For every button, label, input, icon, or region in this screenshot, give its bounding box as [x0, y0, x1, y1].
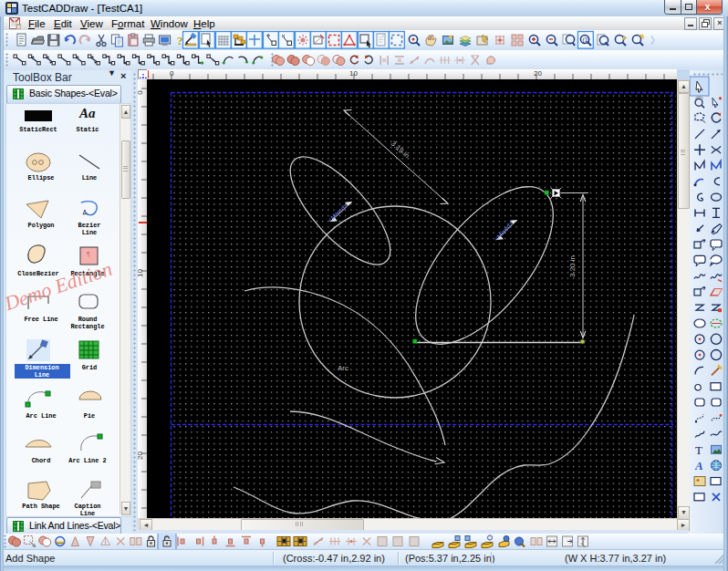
svg-text:T: T: [695, 443, 702, 457]
svg-text:(1): (1): [583, 36, 590, 44]
svg-text:3.20 in: 3.20 in: [568, 255, 577, 277]
svg-text:¶: ¶: [87, 251, 90, 257]
svg-text:Arc: Arc: [338, 364, 348, 372]
svg-text:?: ?: [177, 34, 183, 47]
svg-text:A: A: [694, 459, 703, 472]
